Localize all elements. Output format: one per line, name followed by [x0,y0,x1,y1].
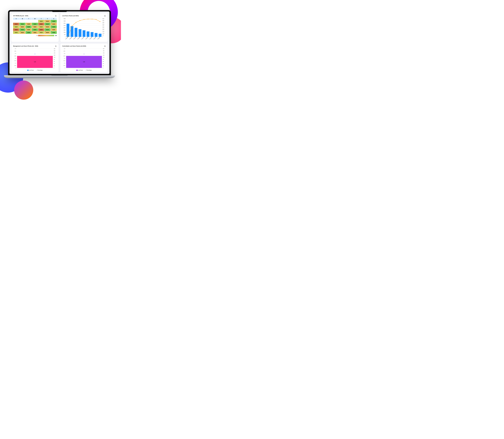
chart-legend: Lost Hours Percentage [13,70,57,71]
heatmap-cell[interactable]: 1356.84 [26,25,32,28]
heatmap-value: 56.84 [52,32,55,33]
heatmap-cell[interactable]: 2456.84 [51,28,57,31]
legend-label: Percentage [37,70,42,71]
decorative-gradient-circle [14,81,33,100]
svg-text:0.35: 0.35 [64,50,65,52]
heatmap-cell[interactable]: 756.84 [32,23,38,25]
line-point[interactable] [35,54,35,54]
heatmap-value: 56.84 [46,26,49,27]
heatmap-value: 56.84 [52,21,55,22]
download-button[interactable] [55,45,57,47]
download-button[interactable] [55,15,57,17]
pareto-bar[interactable] [75,28,78,37]
svg-text:20%: 20% [103,29,104,30]
laptop-bezel: AR TREND [%] (Jul - 2024) SMTWTFS143.382… [8,10,111,75]
heatmap-cell[interactable]: 1143.38 [13,25,19,28]
svg-text:120: 120 [103,55,104,56]
svg-text:0: 0 [65,36,66,37]
svg-text:2500: 2500 [64,25,66,26]
heatmap-day-number: 16 [45,26,46,26]
heatmap-cell[interactable]: 2356.84 [44,28,51,31]
legend-gradient-bar [38,35,54,36]
heatmap-cell[interactable]: 556.84 [19,23,26,25]
heatmap-cell[interactable]: 1056.84 [51,23,57,25]
heatmap-cell[interactable]: 2656.84 [19,31,26,34]
legend-max: 100 [55,35,57,36]
pareto-bar[interactable] [95,33,97,37]
heatmap-cell[interactable]: 2943.38 [38,31,44,34]
heatmap-cell[interactable]: 2056.84 [26,28,32,31]
card-title: Lost Hours Pareto (Jul-2024) [62,15,79,16]
heatmap-cell[interactable]: 1543.38 [38,25,44,28]
line-point[interactable] [84,54,84,54]
heatmap-cell[interactable]: 3156.84 [51,31,57,34]
heatmap-cell[interactable]: 2156.84 [32,28,38,31]
pareto-point[interactable] [68,37,68,37]
pareto-point[interactable] [96,19,96,20]
heatmap-cell[interactable]: 356.84 [51,20,57,23]
heatmap-cell[interactable]: 956.84 [44,23,51,25]
heatmap-cell[interactable]: 143.38 [38,20,44,23]
svg-text:80: 80 [54,59,55,60]
heatmap-value: 56.84 [52,29,55,30]
heatmap-cell[interactable]: 443.38 [13,23,19,25]
pareto-bar[interactable] [90,32,93,37]
heatmap-value: 56.84 [27,29,30,30]
pareto-point[interactable] [72,26,72,26]
pareto-point[interactable] [84,19,84,20]
legend-swatch [27,70,28,71]
legend-ring-icon [85,70,86,71]
heatmap-cell[interactable]: 843.38 [38,23,44,25]
pareto-bar[interactable] [99,34,102,37]
heatmap-day-number: 3 [51,20,52,21]
mgmt-chart: 00.050.10.150.20.250.30.350.402040608010… [13,48,57,69]
download-button[interactable] [104,45,106,47]
card-title: Controllable Lost Hours Pareto (Jul-2024… [62,45,86,47]
legend-label: Lost Hours [29,70,34,71]
heatmap-cell[interactable]: 1456.84 [32,25,38,28]
heatmap-day-number: 5 [20,23,20,24]
heatmap-value: 56.84 [27,32,30,33]
heatmap-value: 43.38 [15,29,17,30]
svg-text:IC10297: IC10297 [65,37,68,39]
heatmap-cell[interactable]: 3056.84 [44,31,51,34]
pareto-point[interactable] [88,19,88,19]
heatmap-cell[interactable]: 256.84 [44,20,51,23]
heatmap-cell[interactable]: 2856.84 [32,31,38,34]
pareto-bar[interactable] [79,29,81,37]
svg-text:20: 20 [103,65,104,66]
svg-text:1000: 1000 [64,32,66,33]
heatmap-cell[interactable]: 2243.38 [38,28,44,31]
svg-text:0: 0 [16,67,16,69]
pareto-point[interactable] [92,19,92,19]
svg-text:IC10300: IC10300 [93,37,96,39]
pareto-bar[interactable] [66,24,69,37]
heatmap-cell[interactable]: 656.84 [26,23,32,25]
pareto-bar[interactable] [87,31,90,37]
heatmap-cell[interactable]: 1756.84 [51,25,57,28]
heatmap-day-number: 26 [20,31,20,32]
heatmap-cell[interactable]: 2756.84 [26,31,32,34]
pareto-bar[interactable] [83,30,86,37]
heatmap-cell[interactable]: 1256.84 [19,25,26,28]
laptop-mockup: AR TREND [%] (Jul - 2024) SMTWTFS143.382… [8,10,111,78]
svg-text:60: 60 [103,61,104,62]
heatmap-cell[interactable]: 1956.84 [19,28,26,31]
svg-text:0.4: 0.4 [64,48,65,49]
svg-text:25%: 25% [103,27,104,28]
pareto-point[interactable] [100,21,100,22]
pareto-bar[interactable] [71,26,73,37]
heatmap-cell[interactable]: 1843.38 [13,28,19,31]
heatmap-empty-cell [32,20,38,23]
svg-text:0: 0 [54,67,54,69]
heatmap-day-number: 29 [39,31,39,32]
heatmap-cell[interactable]: 1656.84 [44,25,51,28]
pareto-point[interactable] [76,22,76,23]
heatmap-day-number: 11 [13,26,14,26]
download-icon [55,45,57,47]
heatmap-day-number: 2 [45,20,45,21]
download-button[interactable] [104,15,106,17]
svg-text:0.4: 0.4 [15,48,16,49]
heatmap-cell[interactable]: 2543.38 [13,31,19,34]
pareto-point[interactable] [80,20,80,21]
